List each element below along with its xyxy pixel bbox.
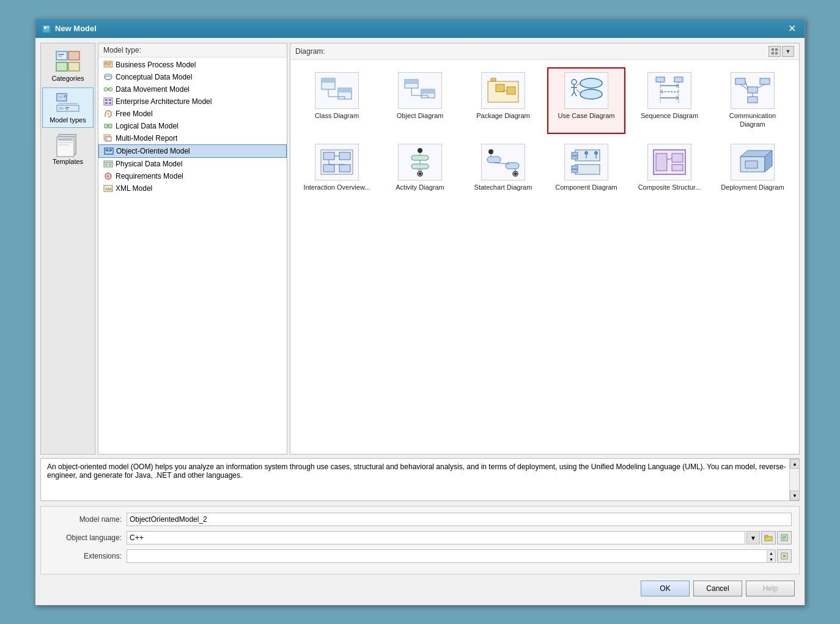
extensions-scrollbar[interactable]: ▲ ▼ bbox=[767, 550, 775, 562]
svg-line-95 bbox=[574, 92, 577, 96]
svg-line-94 bbox=[572, 92, 574, 96]
grid-view-button[interactable] bbox=[768, 46, 781, 57]
model-list-item-physical-data[interactable]: Physical Data Model bbox=[98, 158, 287, 170]
model-list-item-enterprise-arch[interactable]: Enterprise Architecture Model bbox=[98, 95, 287, 108]
model-list-item-requirements[interactable]: Requirements Model bbox=[98, 170, 287, 182]
xml-model-icon: XML bbox=[103, 184, 113, 193]
scroll-up-button[interactable]: ▲ bbox=[790, 459, 800, 469]
svg-rect-67 bbox=[775, 52, 778, 54]
language-properties-button[interactable] bbox=[777, 531, 792, 544]
svg-rect-117 bbox=[339, 152, 350, 160]
enterprise-arch-icon bbox=[103, 97, 113, 106]
use-case-diagram-thumb bbox=[564, 72, 608, 109]
dialog-body: Categories bbox=[35, 38, 805, 605]
svg-rect-6 bbox=[58, 54, 64, 55]
svg-point-127 bbox=[419, 172, 422, 175]
svg-rect-40 bbox=[105, 99, 108, 101]
svg-rect-9 bbox=[56, 62, 67, 71]
select-dropdown-arrow[interactable]: ▼ bbox=[746, 531, 760, 544]
diagram-item-composite[interactable]: Composite Structur... bbox=[630, 139, 709, 196]
svg-point-35 bbox=[105, 74, 112, 76]
svg-rect-142 bbox=[575, 165, 600, 174]
model-list-item-xml-model[interactable]: XML XML Model bbox=[98, 182, 287, 195]
svg-text:XML: XML bbox=[105, 187, 113, 191]
model-list-panel: Model type: Business Process Model bbox=[98, 43, 287, 455]
composite-diagram-label: Composite Structur... bbox=[638, 183, 701, 191]
svg-rect-17 bbox=[59, 107, 64, 110]
svg-rect-46 bbox=[109, 124, 112, 128]
diagram-item-use-case[interactable]: Use Case Diagram bbox=[547, 67, 625, 134]
svg-rect-108 bbox=[748, 87, 757, 93]
diagram-item-package[interactable]: Package Diagram bbox=[464, 67, 542, 134]
scroll-down-button[interactable]: ▼ bbox=[790, 491, 800, 500]
diagram-item-communication[interactable]: Communication Diagram bbox=[713, 67, 792, 134]
svg-line-112 bbox=[757, 84, 765, 88]
svg-rect-41 bbox=[109, 99, 111, 101]
diagram-item-activity[interactable]: Activity Diagram bbox=[381, 139, 459, 196]
svg-rect-116 bbox=[323, 152, 334, 160]
new-model-dialog: New Model ✕ bbox=[35, 18, 805, 606]
help-button[interactable]: Help bbox=[746, 581, 795, 596]
svg-rect-89 bbox=[507, 87, 515, 94]
activity-diagram-thumb bbox=[398, 144, 442, 180]
title-bar: New Model ✕ bbox=[35, 19, 805, 38]
svg-rect-27 bbox=[58, 138, 73, 141]
ext-scroll-down[interactable]: ▼ bbox=[767, 556, 775, 562]
diagram-item-object[interactable]: Object Diagram bbox=[381, 67, 459, 134]
dropdown-arrow[interactable]: ▼ bbox=[782, 46, 794, 57]
class-diagram-thumb bbox=[315, 72, 359, 109]
model-list-item-multi-model[interactable]: Multi-Model Report bbox=[98, 132, 287, 144]
sequence-diagram-label: Sequence Diagram bbox=[641, 111, 698, 120]
sidebar-item-templates[interactable]: Templates bbox=[42, 129, 94, 169]
ext-scroll-up[interactable]: ▲ bbox=[767, 550, 775, 556]
deployment-diagram-label: Deployment Diagram bbox=[721, 183, 784, 191]
svg-rect-86 bbox=[491, 78, 496, 81]
model-list-item-oo-model[interactable]: Object-Oriented Model bbox=[98, 144, 287, 158]
sidebar-item-categories[interactable]: Categories bbox=[42, 46, 94, 86]
svg-rect-18 bbox=[65, 107, 69, 108]
description-text: An object-oriented model (OOM) helps you… bbox=[47, 462, 786, 480]
multi-model-icon bbox=[103, 134, 113, 143]
svg-rect-12 bbox=[59, 95, 62, 98]
model-list-item-conceptual-data[interactable]: Conceptual Data Model bbox=[98, 71, 287, 83]
templates-icon bbox=[56, 133, 80, 155]
dialog-title: New Model bbox=[55, 24, 97, 33]
svg-rect-2 bbox=[47, 26, 49, 27]
extensions-folder-button[interactable] bbox=[777, 549, 792, 563]
object-language-select[interactable]: C++ Java .NET bbox=[127, 531, 745, 544]
model-name-input[interactable] bbox=[127, 513, 792, 526]
diagram-item-class[interactable]: Class Diagram bbox=[298, 67, 376, 134]
diagram-item-interaction[interactable]: Interaction Overview... bbox=[298, 139, 376, 196]
svg-rect-132 bbox=[487, 157, 501, 163]
activity-diagram-label: Activity Diagram bbox=[396, 183, 444, 191]
svg-line-98 bbox=[577, 83, 580, 86]
diagram-header-label: Diagram: bbox=[295, 47, 325, 56]
cancel-button[interactable]: Cancel bbox=[693, 581, 742, 596]
model-list-item-data-movement[interactable]: Data Movement Model bbox=[98, 83, 287, 95]
model-types-label: Model types bbox=[50, 116, 86, 124]
svg-point-44 bbox=[107, 113, 109, 115]
svg-point-96 bbox=[580, 78, 602, 88]
svg-rect-43 bbox=[109, 102, 111, 104]
sidebar-item-model-types[interactable]: Model types bbox=[42, 87, 94, 128]
svg-point-31 bbox=[105, 62, 107, 65]
diagram-item-component[interactable]: Component Diagram bbox=[547, 139, 625, 196]
model-name-label: Model name: bbox=[48, 515, 122, 524]
model-list-item-logical-data[interactable]: Logical Data Model bbox=[98, 120, 287, 132]
diagram-item-deployment[interactable]: Deployment Diagram bbox=[713, 139, 792, 196]
svg-point-135 bbox=[514, 172, 517, 175]
top-section: Categories bbox=[40, 43, 800, 455]
diagram-item-statechart[interactable]: Statechart Diagram bbox=[464, 139, 542, 196]
model-list: Business Process Model Conceptual Data M… bbox=[98, 58, 287, 196]
language-folder-button[interactable] bbox=[761, 531, 776, 544]
model-list-item-business-process[interactable]: Business Process Model bbox=[98, 59, 287, 71]
svg-rect-107 bbox=[735, 78, 745, 84]
close-button[interactable]: ✕ bbox=[786, 23, 798, 34]
diagram-item-sequence[interactable]: Sequence Diagram bbox=[630, 67, 709, 134]
categories-icon bbox=[56, 50, 80, 72]
ok-button[interactable]: OK bbox=[641, 581, 690, 596]
svg-rect-70 bbox=[322, 78, 335, 82]
model-list-item-free-model[interactable]: Free Model bbox=[98, 108, 287, 120]
grid-toggle: ▼ bbox=[768, 46, 794, 57]
description-scrollbar[interactable]: ▲ ▼ bbox=[789, 459, 799, 500]
